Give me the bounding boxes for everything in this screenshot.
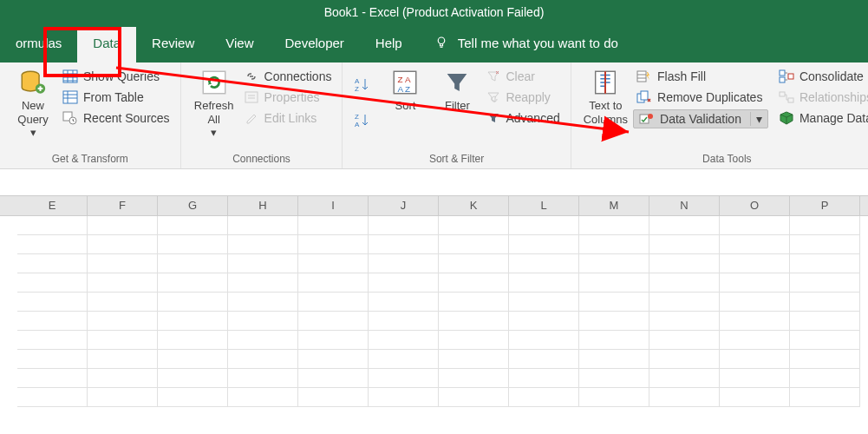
relationships-icon (779, 90, 794, 104)
col-header[interactable]: L (509, 196, 579, 215)
flash-icon (636, 69, 652, 83)
svg-text:Z: Z (398, 75, 403, 84)
app-title: Book1 - Excel (Product Activation Failed… (324, 5, 545, 19)
col-header[interactable]: M (579, 196, 649, 215)
lightbulb-icon (434, 35, 449, 50)
svg-text:A: A (405, 75, 411, 84)
clock-icon (62, 111, 78, 125)
col-header[interactable]: J (369, 196, 439, 215)
col-header[interactable]: H (228, 196, 298, 215)
sort-desc-button[interactable]: ZA (349, 109, 374, 130)
col-header[interactable]: G (158, 196, 228, 215)
tab-formulas[interactable]: ormulas (0, 27, 77, 62)
group-get-transform: New Query ▾ Show Queries From Table Rece… (0, 62, 181, 168)
col-header[interactable]: K (439, 196, 509, 215)
sort-icon: ZAAZ (390, 68, 420, 99)
sort-button[interactable]: ZAAZ Sort (379, 66, 431, 115)
group-sort-filter: AZ ZA ZAAZ Sort Filter Clear (343, 62, 571, 168)
from-table-button[interactable]: From Table (59, 89, 173, 106)
group-label: Get & Transform (7, 151, 173, 168)
table-icon (62, 90, 78, 104)
svg-rect-28 (788, 98, 793, 102)
col-header[interactable]: I (298, 196, 369, 215)
flash-fill-button[interactable]: Flash Fill (633, 68, 768, 85)
link-icon (244, 69, 259, 83)
properties-icon (244, 90, 259, 104)
group-label: Data Tools (578, 151, 868, 168)
svg-rect-19 (637, 71, 646, 82)
col-header[interactable]: P (790, 196, 860, 215)
recent-sources-button[interactable]: Recent Sources (59, 109, 173, 127)
svg-rect-25 (780, 77, 785, 82)
group-label: Connections (188, 151, 336, 168)
sort-asc-button[interactable]: AZ (349, 74, 374, 95)
svg-text:A: A (355, 77, 360, 85)
svg-text:Z: Z (355, 85, 359, 93)
tab-help[interactable]: Help (360, 27, 418, 62)
advanced-icon (486, 111, 500, 125)
col-header[interactable]: O (720, 196, 790, 215)
svg-rect-4 (63, 91, 77, 103)
clear-icon (486, 69, 500, 83)
tab-data[interactable]: Data (77, 27, 136, 62)
validation-icon (639, 112, 655, 126)
cube-icon (779, 111, 794, 125)
edit-links-icon (244, 111, 259, 125)
svg-text:Z: Z (355, 113, 359, 121)
refresh-all-button[interactable]: Refresh All ▾ (188, 66, 240, 141)
svg-rect-22 (640, 115, 649, 123)
consolidate-icon (779, 69, 794, 83)
clear-filter-button: Clear (483, 68, 563, 85)
worksheet-grid[interactable] (0, 216, 868, 407)
tab-review[interactable]: Review (136, 27, 210, 62)
svg-rect-8 (245, 92, 258, 102)
group-label: Sort & Filter (349, 151, 563, 168)
caret-down-icon: ▾ (211, 126, 217, 140)
sort-asc-icon: AZ (353, 76, 370, 93)
svg-point-23 (648, 114, 653, 119)
ribbon: New Query ▾ Show Queries From Table Rece… (0, 62, 868, 169)
tab-developer[interactable]: Developer (269, 27, 359, 62)
svg-rect-21 (641, 91, 648, 100)
group-data-tools: Text to Columns Flash Fill Remove Duplic… (571, 62, 868, 168)
col-header[interactable]: N (649, 196, 720, 215)
manage-data-button[interactable]: Manage Data (775, 109, 868, 127)
text-columns-icon (591, 68, 620, 99)
duplicates-icon (636, 90, 652, 104)
col-header[interactable]: F (88, 196, 158, 215)
show-queries-button[interactable]: Show Queries (59, 68, 173, 85)
svg-text:A: A (398, 84, 404, 94)
ribbon-tabs: ormulas Data Review View Developer Help … (0, 24, 868, 62)
column-headers: E F G H I J K L M N O P (0, 195, 868, 216)
refresh-icon (199, 68, 229, 99)
edit-links-button: Edit Links (240, 109, 336, 127)
consolidate-button[interactable]: Consolidate (775, 68, 868, 85)
tell-me-search[interactable]: Tell me what you want to do (418, 26, 634, 62)
data-validation-button[interactable]: Data Validation ▾ (633, 109, 768, 128)
filter-button[interactable]: Filter (431, 66, 483, 115)
sort-desc-icon: ZA (353, 111, 370, 128)
advanced-filter-button[interactable]: Advanced (483, 109, 563, 127)
caret-down-icon: ▾ (30, 126, 36, 140)
new-query-button[interactable]: New Query ▾ (7, 66, 59, 141)
svg-rect-27 (780, 92, 785, 96)
funnel-icon (442, 68, 472, 99)
svg-rect-26 (788, 74, 793, 79)
col-header[interactable]: E (17, 196, 88, 215)
reapply-icon (486, 90, 500, 104)
title-bar: Book1 - Excel (Product Activation Failed… (0, 0, 868, 24)
svg-rect-24 (780, 70, 785, 76)
reapply-button: Reapply (483, 89, 563, 106)
connections-button[interactable]: Connections (240, 68, 336, 85)
relationships-button: Relationships (775, 89, 868, 106)
caret-down-icon[interactable]: ▾ (750, 112, 762, 126)
svg-text:Z: Z (405, 84, 410, 94)
svg-rect-7 (203, 71, 225, 94)
svg-point-0 (438, 37, 445, 44)
remove-duplicates-button[interactable]: Remove Duplicates (633, 89, 768, 106)
tab-view[interactable]: View (210, 27, 269, 62)
group-connections: Refresh All ▾ Connections Properties Edi… (181, 62, 343, 168)
svg-text:A: A (355, 121, 360, 128)
text-to-columns-button[interactable]: Text to Columns (578, 66, 633, 128)
database-icon (18, 68, 48, 99)
